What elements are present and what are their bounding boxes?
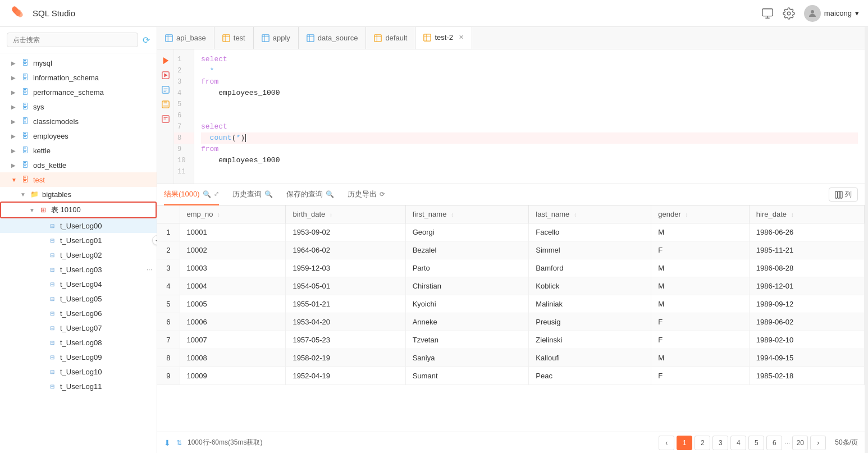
table-row[interactable]: 3 10003 1959-12-03 Parto Bamford M 1986-… — [157, 259, 865, 277]
col-emp-no[interactable]: emp_no ↕ — [180, 205, 286, 223]
refresh-icon[interactable]: ⟳ — [143, 35, 150, 45]
col-birth-date[interactable]: birth_date ↕ — [286, 205, 405, 223]
sidebar-item-t-userlog09[interactable]: ▶ ⊟ t_UserLog09 — [0, 350, 157, 364]
tab-apply[interactable]: apply — [254, 27, 299, 49]
table-row[interactable]: 5 10005 1955-01-21 Kyoichi Maliniak M 19… — [157, 295, 865, 313]
cell-birth-date: 1958-02-19 — [286, 349, 405, 367]
table-row[interactable]: 8 10008 1958-02-19 Saniya Kalloufi M 199… — [157, 349, 865, 367]
sidebar-item-t-userlog05[interactable]: ▶ ⊟ t_UserLog05 — [0, 291, 157, 306]
sidebar-item-test[interactable]: ▼ 🗄 test — [0, 172, 157, 187]
table-row[interactable]: 6 10006 1953-04-20 Anneke Preusig F 1989… — [157, 313, 865, 331]
result-tab-saved-query[interactable]: 保存的查询 🔍 — [286, 184, 334, 205]
col-gender[interactable]: gender ↕ — [651, 205, 749, 223]
settings-icon[interactable] — [783, 7, 795, 20]
tab-test-2[interactable]: test-2 ✕ — [415, 27, 472, 49]
sidebar-item-sys[interactable]: ▶ 🗄 sys — [0, 99, 157, 114]
tab-data-source[interactable]: data_source — [299, 27, 367, 49]
col-hire-date[interactable]: hire_date ↕ — [749, 205, 864, 223]
code-editor[interactable]: select * from employees_1000 select coun… — [194, 49, 865, 184]
page-btn-2[interactable]: 2 — [695, 436, 710, 450]
sidebar-item-tables-10100[interactable]: ▼ ⊞ 表 10100 — [0, 202, 157, 218]
data-table-wrapper[interactable]: emp_no ↕ birth_date ↕ first_name ↕ last_… — [157, 205, 865, 432]
db-icon: 🗄 — [20, 160, 30, 170]
sidebar-item-information-schema[interactable]: ▶ 🗄 information_schema — [0, 70, 157, 85]
search-input[interactable] — [7, 33, 138, 47]
tab-api-base[interactable]: api_base — [157, 27, 214, 49]
prev-page-btn[interactable]: ‹ — [659, 436, 674, 450]
sidebar-item-t-userlog07[interactable]: ▶ ⊟ t_UserLog07 — [0, 321, 157, 335]
search-icon[interactable]: 🔍 — [203, 190, 211, 198]
cell-first-name: Tzvetan — [405, 331, 529, 349]
more-icon[interactable]: ··· — [147, 266, 152, 273]
sidebar-item-t-userlog10[interactable]: ▶ ⊟ t_UserLog10 — [0, 364, 157, 379]
cell-emp-no: 10007 — [180, 331, 286, 349]
result-tab-history-query[interactable]: 历史查询 🔍 — [232, 184, 273, 205]
search-icon[interactable]: 🔍 — [264, 190, 273, 198]
sidebar-item-employees[interactable]: ▶ 🗄 employees — [0, 129, 157, 143]
sidebar-item-t-userlog04[interactable]: ▶ ⊟ t_UserLog04 — [0, 277, 157, 291]
sidebar-item-t-userlog02[interactable]: ▶ ⊟ t_UserLog02 — [0, 248, 157, 262]
tab-default[interactable]: default — [366, 27, 415, 49]
expand-icon[interactable]: ⤢ — [214, 190, 219, 198]
sidebar-item-t-userlog11[interactable]: ▶ ⊟ t_UserLog11 — [0, 379, 157, 393]
table-icon: ⊟ — [47, 264, 57, 274]
col-first-name[interactable]: first_name ↕ — [405, 205, 529, 223]
table-row[interactable]: 1 10001 1953-09-02 Georgi Facello M 1986… — [157, 223, 865, 241]
columns-toggle-btn[interactable]: 列 — [829, 187, 858, 202]
sort-icon: ↕ — [574, 212, 577, 218]
sidebar-item-t-userlog06[interactable]: ▶ ⊟ t_UserLog06 — [0, 306, 157, 321]
page-btn-5[interactable]: 5 — [748, 436, 764, 450]
sidebar-item-t-userlog01[interactable]: ▶ ⊟ t_UserLog01 — [0, 233, 157, 248]
table-row[interactable]: 9 10009 1952-04-19 Sumant Peac F 1985-02… — [157, 367, 865, 385]
result-tab-history-export[interactable]: 历史导出 ⟳ — [348, 184, 385, 205]
next-page-btn[interactable]: › — [810, 436, 826, 450]
sidebar-tree: ▶ 🗄 mysql ▶ 🗄 information_schema ▶ 🗄 per… — [0, 53, 157, 453]
tab-close-btn[interactable]: ✕ — [459, 34, 464, 41]
tab-test[interactable]: test — [214, 27, 254, 49]
page-btn-20[interactable]: 20 — [792, 436, 808, 450]
table-row[interactable]: 2 10002 1964-06-02 Bezalel Simmel F 1985… — [157, 241, 865, 259]
sidebar-item-bigtables[interactable]: ▼ 📁 bigtables — [0, 187, 157, 202]
page-btn-4[interactable]: 4 — [730, 436, 746, 450]
sidebar-item-t-userlog08[interactable]: ▶ ⊟ t_UserLog08 — [0, 335, 157, 350]
sidebar-item-performance-schema[interactable]: ▶ 🗄 performance_schema — [0, 85, 157, 99]
cell-emp-no: 10009 — [180, 367, 286, 385]
table-icon: ⊟ — [47, 352, 57, 362]
code-line-5 — [201, 99, 858, 110]
sidebar-item-t-userlog03[interactable]: ▶ ⊟ t_UserLog03 ··· — [0, 262, 157, 277]
help-btn[interactable] — [159, 112, 172, 126]
run-selection-btn[interactable] — [159, 68, 172, 82]
col-last-name[interactable]: last_name ↕ — [529, 205, 651, 223]
sort-icon: ↕ — [451, 212, 454, 218]
cell-hire-date: 1985-02-18 — [749, 367, 864, 385]
sidebar-item-label: t_UserLog10 — [60, 368, 102, 376]
search-icon[interactable]: 🔍 — [326, 190, 334, 198]
format-btn[interactable] — [159, 83, 172, 97]
run-btn[interactable] — [159, 54, 172, 67]
table-icon: ⊟ — [47, 235, 57, 245]
monitor-icon[interactable] — [761, 7, 774, 20]
save-btn[interactable] — [159, 98, 172, 111]
arrow-icon: ▶ — [11, 89, 20, 95]
refresh-icon[interactable]: ⟳ — [380, 190, 385, 198]
page-btn-6[interactable]: 6 — [766, 436, 782, 450]
table-row[interactable]: 4 10004 1954-05-01 Chirstian Koblick M 1… — [157, 277, 865, 295]
sidebar-item-ods-kettle[interactable]: ▶ 🗄 ods_kettle — [0, 158, 157, 172]
code-line-4: employees_1000 — [201, 88, 858, 99]
page-btn-1[interactable]: 1 — [677, 436, 692, 450]
sidebar-item-kettle[interactable]: ▶ 🗄 kettle — [0, 143, 157, 158]
user-info[interactable]: maicong ▾ — [804, 5, 859, 22]
per-page-selector[interactable]: 50条/页 — [835, 438, 858, 447]
svg-rect-35 — [838, 191, 840, 198]
cell-gender: F — [651, 331, 749, 349]
sidebar-item-mysql[interactable]: ▶ 🗄 mysql — [0, 56, 157, 70]
cell-last-name: Zielinski — [529, 331, 651, 349]
sidebar-item-label: mysql — [33, 59, 52, 67]
table-row[interactable]: 7 10007 1957-05-23 Tzvetan Zielinski F 1… — [157, 331, 865, 349]
cell-emp-no: 10002 — [180, 241, 286, 259]
result-tab-results[interactable]: 结果(1000) 🔍 ⤢ — [164, 184, 219, 205]
download-icon[interactable]: ⬇ — [164, 438, 171, 447]
sidebar-item-classicmodels[interactable]: ▶ 🗄 classicmodels — [0, 114, 157, 129]
page-btn-3[interactable]: 3 — [712, 436, 728, 450]
sidebar-item-t-userlog00[interactable]: ▶ ⊟ t_UserLog00 — [0, 218, 157, 233]
